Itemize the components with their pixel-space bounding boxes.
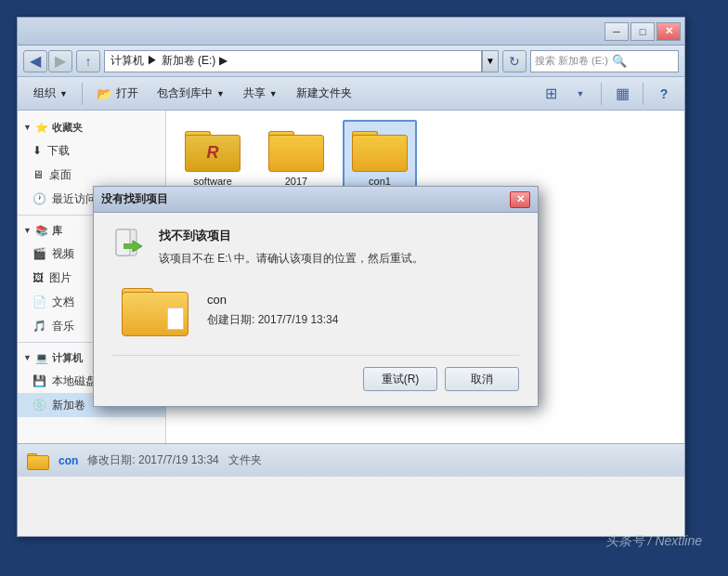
share-button[interactable]: 共享 ▼ bbox=[235, 81, 286, 107]
status-modified: 修改日期: 2017/7/19 13:34 bbox=[87, 452, 218, 468]
status-folder-icon bbox=[27, 452, 49, 470]
sidebar-item-desktop[interactable]: 🖥 桌面 bbox=[18, 163, 165, 187]
address-bar: ◀ ▶ ↑ 计算机 ▶ 新加卷 (E:) ▶ ▼ ↻ 搜索 新加卷 (E:) 🔍 bbox=[18, 46, 684, 77]
con1-folder-icon bbox=[352, 125, 408, 172]
back-button[interactable]: ◀ bbox=[23, 50, 47, 72]
music-icon: 🎵 bbox=[32, 320, 46, 333]
dialog-folder-big bbox=[122, 282, 188, 336]
search-placeholder-text: 搜索 新加卷 (E:) bbox=[535, 54, 608, 68]
include-library-dropdown-icon: ▼ bbox=[216, 89, 225, 98]
dialog-main-text: 找不到该项目 bbox=[159, 228, 423, 244]
libraries-label: 库 bbox=[52, 224, 62, 238]
dialog-title-text: 没有找到项目 bbox=[101, 191, 168, 207]
open-button[interactable]: 📂 打开 bbox=[88, 81, 147, 107]
title-controls: ─ □ ✕ bbox=[604, 22, 681, 41]
file-item-con1[interactable]: con1 bbox=[343, 120, 417, 192]
dialog-sub-text: 该项目不在 E:\ 中。请确认该项目的位置，然后重试。 bbox=[159, 250, 423, 268]
file-item-2017[interactable]: 2017 bbox=[259, 120, 333, 192]
dialog-folder-body-big bbox=[122, 292, 188, 336]
download-label: 下载 bbox=[47, 143, 70, 159]
video-label: 视频 bbox=[52, 246, 74, 262]
dialog-folder-name: con bbox=[207, 289, 338, 310]
cancel-button[interactable]: 取消 bbox=[445, 367, 519, 391]
minimize-button[interactable]: ─ bbox=[604, 22, 629, 41]
close-button[interactable]: ✕ bbox=[656, 22, 681, 41]
2017-folder-icon bbox=[268, 125, 324, 172]
dialog-folder-meta: 创建日期: 2017/7/19 13:34 bbox=[207, 310, 338, 331]
status-type: 文件夹 bbox=[228, 452, 262, 468]
toolbar-separator-1 bbox=[82, 83, 83, 105]
include-library-label: 包含到库中 bbox=[157, 85, 213, 101]
pictures-icon: 🖼 bbox=[32, 271, 44, 284]
favorites-icon: ⭐ bbox=[35, 122, 48, 134]
error-dialog: 没有找到项目 ✕ 找不到该项目 bbox=[93, 186, 539, 407]
music-label: 音乐 bbox=[52, 319, 74, 334]
dialog-body: 找不到该项目 该项目不在 E:\ 中。请确认该项目的位置，然后重试。 con 创… bbox=[94, 213, 538, 406]
new-volume-label: 新加卷 bbox=[52, 398, 85, 413]
retry-button[interactable]: 重试(R) bbox=[363, 367, 437, 391]
svg-rect-3 bbox=[124, 243, 135, 249]
address-text: 计算机 ▶ 新加卷 (E:) ▶ bbox=[110, 53, 228, 69]
help-button[interactable]: ? bbox=[651, 81, 677, 107]
computer-chevron: ▼ bbox=[23, 353, 32, 362]
dialog-folder-area: con 创建日期: 2017/7/19 13:34 bbox=[122, 282, 519, 336]
dialog-text-group: 找不到该项目 该项目不在 E:\ 中。请确认该项目的位置，然后重试。 bbox=[159, 228, 423, 268]
search-box[interactable]: 搜索 新加卷 (E:) 🔍 bbox=[530, 50, 679, 72]
organize-label: 组织 bbox=[33, 85, 56, 101]
dialog-buttons: 重试(R) 取消 bbox=[112, 355, 519, 391]
view-toggle-button[interactable]: ⊞ bbox=[538, 81, 564, 107]
maximize-button[interactable]: □ bbox=[630, 22, 655, 41]
computer-icon: 💻 bbox=[35, 352, 48, 364]
open-label: 打开 bbox=[116, 85, 138, 101]
software-r-overlay: R bbox=[207, 143, 219, 163]
toolbar-separator-3 bbox=[643, 83, 644, 105]
search-icon: 🔍 bbox=[612, 54, 627, 68]
toolbar: 组织 ▼ 📂 打开 包含到库中 ▼ 共享 ▼ 新建文件夹 ⊞ ▼ ▦ ? bbox=[18, 77, 684, 111]
dialog-close-button[interactable]: ✕ bbox=[510, 191, 530, 208]
up-button[interactable]: ↑ bbox=[76, 50, 100, 72]
share-label: 共享 bbox=[243, 85, 266, 101]
address-path[interactable]: 计算机 ▶ 新加卷 (E:) ▶ bbox=[104, 50, 482, 72]
favorites-chevron: ▼ bbox=[23, 123, 32, 132]
toolbar-right: ⊞ ▼ ▦ ? bbox=[538, 81, 677, 107]
toolbar-separator-2 bbox=[601, 83, 602, 105]
watermark: 头条号 / Nextline bbox=[605, 533, 702, 550]
view-dropdown-button[interactable]: ▼ bbox=[567, 81, 593, 107]
details-pane-button[interactable]: ▦ bbox=[609, 81, 635, 107]
dialog-header-row: 找不到该项目 该项目不在 E:\ 中。请确认该项目的位置，然后重试。 bbox=[112, 228, 519, 268]
docs-icon: 📄 bbox=[32, 295, 46, 308]
svg-rect-1 bbox=[116, 229, 130, 255]
recent-icon: 🕐 bbox=[32, 192, 46, 205]
software-folder-body: R bbox=[185, 135, 240, 172]
local-disk-icon: 💾 bbox=[32, 374, 46, 387]
include-library-button[interactable]: 包含到库中 ▼ bbox=[149, 81, 233, 107]
con1-folder-body bbox=[352, 135, 408, 172]
sidebar-item-download[interactable]: ⬇ 下载 bbox=[18, 138, 165, 163]
address-dropdown[interactable]: ▼ bbox=[482, 50, 499, 72]
status-name: con bbox=[58, 454, 78, 467]
libraries-chevron: ▼ bbox=[23, 226, 32, 235]
dialog-folder-paper bbox=[167, 308, 184, 330]
local-disk-label: 本地磁盘 bbox=[52, 373, 97, 389]
pictures-label: 图片 bbox=[49, 270, 72, 286]
new-folder-button[interactable]: 新建文件夹 bbox=[288, 81, 360, 107]
desktop-icon: 🖥 bbox=[32, 168, 44, 181]
share-dropdown-icon: ▼ bbox=[269, 89, 278, 98]
file-item-software[interactable]: R software bbox=[176, 120, 250, 192]
organize-button[interactable]: 组织 ▼ bbox=[25, 81, 76, 107]
video-icon: 🎬 bbox=[32, 247, 46, 260]
computer-label: 计算机 bbox=[52, 351, 83, 365]
forward-button[interactable]: ▶ bbox=[48, 50, 72, 72]
desktop-label: 桌面 bbox=[49, 167, 72, 183]
dialog-warning-icon bbox=[112, 228, 146, 261]
download-icon: ⬇ bbox=[32, 144, 42, 157]
warn-icon-svg bbox=[112, 228, 146, 261]
open-folder-icon: 📂 bbox=[97, 86, 112, 101]
favorites-header[interactable]: ▼ ⭐ 收藏夹 bbox=[18, 116, 165, 138]
organize-dropdown-icon: ▼ bbox=[59, 89, 68, 98]
dialog-title-bar: 没有找到项目 ✕ bbox=[94, 187, 538, 213]
status-folder-body bbox=[27, 455, 49, 470]
docs-label: 文档 bbox=[52, 295, 74, 310]
2017-folder-body bbox=[268, 135, 324, 172]
refresh-button[interactable]: ↻ bbox=[502, 50, 526, 72]
